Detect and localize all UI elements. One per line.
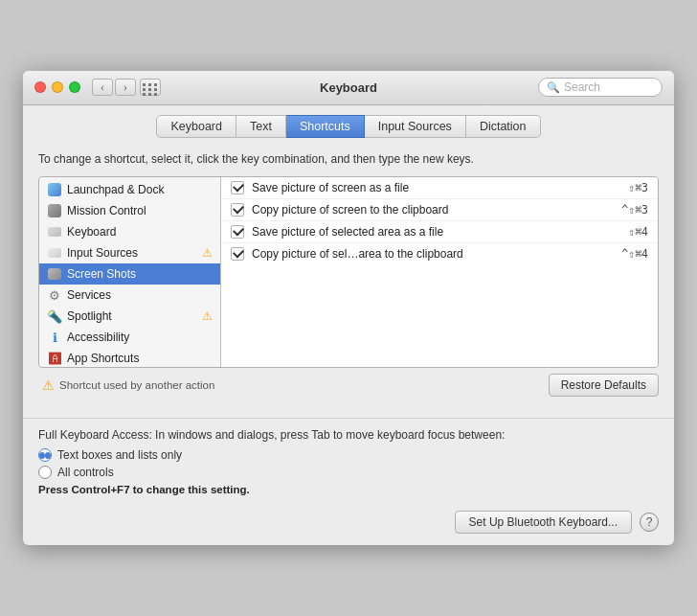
spotlight-icon: 🔦 xyxy=(47,308,62,324)
sidebar-item-accessibility[interactable]: ℹ Accessibility xyxy=(39,327,220,348)
shortcut-checkbox-0[interactable] xyxy=(231,181,244,194)
shortcut-row-2: Save picture of selected area as a file … xyxy=(221,221,658,243)
shortcut-label-0: Save picture of screen as a file xyxy=(252,181,620,194)
sidebar-label-appshortcuts: App Shortcuts xyxy=(67,352,139,365)
appshortcuts-icon: 🅰 xyxy=(47,351,62,366)
sidebar-label-screenshots: Screen Shots xyxy=(67,267,136,281)
tab-dictation[interactable]: Dictation xyxy=(466,115,541,138)
main-panel: Launchpad & Dock Mission Control Keyboar… xyxy=(38,176,659,368)
spotlight-warning-icon: ⚠ xyxy=(202,309,213,323)
control-hint: Press Control+F7 to change this setting. xyxy=(38,484,659,495)
search-placeholder: Search xyxy=(564,80,600,94)
search-box[interactable]: 🔍 Search xyxy=(538,78,663,97)
shortcut-row-1: Copy picture of screen to the clipboard … xyxy=(221,199,658,221)
shortcut-checkbox-2[interactable] xyxy=(231,225,244,239)
launchpad-icon xyxy=(47,182,62,197)
radio-circle-text-boxes xyxy=(38,448,52,462)
accessibility-icon: ℹ xyxy=(47,330,62,345)
tabs-bar: Keyboard Text Shortcuts Input Sources Di… xyxy=(23,105,674,138)
shortcut-label-3: Copy picture of sel…area to the clipboar… xyxy=(252,247,614,261)
radio-label-all-controls: All controls xyxy=(57,466,114,479)
close-button[interactable] xyxy=(34,81,46,93)
shortcut-key-0: ⇧⌘3 xyxy=(628,181,648,194)
tab-input-sources[interactable]: Input Sources xyxy=(365,115,466,138)
radio-text-boxes[interactable]: Text boxes and lists only xyxy=(38,448,659,462)
warning-text: Shortcut used by another action xyxy=(59,379,214,391)
sidebar-label-services: Services xyxy=(67,288,111,302)
screenshots-icon xyxy=(47,266,62,282)
sidebar: Launchpad & Dock Mission Control Keyboar… xyxy=(39,177,221,367)
sidebar-item-mission[interactable]: Mission Control xyxy=(39,200,220,221)
gear-icon: ⚙ xyxy=(47,287,62,303)
sidebar-label-launchpad: Launchpad & Dock xyxy=(67,183,164,196)
input-icon xyxy=(47,245,62,261)
shortcut-checkbox-1[interactable] xyxy=(231,203,244,217)
sidebar-item-input-sources[interactable]: Input Sources ⚠ xyxy=(39,242,220,263)
tab-shortcuts[interactable]: Shortcuts xyxy=(286,115,365,138)
mission-icon xyxy=(47,203,62,218)
forward-button[interactable]: › xyxy=(115,79,136,96)
sidebar-label-accessibility: Accessibility xyxy=(67,331,129,344)
nav-buttons: ‹ › xyxy=(92,79,136,96)
sidebar-label-input: Input Sources xyxy=(67,246,138,260)
help-button[interactable]: ? xyxy=(640,513,659,532)
window-title: Keyboard xyxy=(320,80,377,95)
sidebar-label-spotlight: Spotlight xyxy=(67,309,112,323)
minimize-button[interactable] xyxy=(52,81,63,93)
radio-circle-all-controls xyxy=(38,466,52,479)
shortcut-label-1: Copy picture of screen to the clipboard xyxy=(252,203,614,217)
keyboard-icon xyxy=(47,224,62,240)
keyboard-window: ‹ › Keyboard 🔍 Search Keyboard Text Shor… xyxy=(23,71,674,546)
shortcut-key-2: ⇧⌘4 xyxy=(628,225,648,239)
sidebar-item-launchpad[interactable]: Launchpad & Dock xyxy=(39,179,220,200)
sidebar-item-spotlight[interactable]: 🔦 Spotlight ⚠ xyxy=(39,306,220,327)
traffic-lights xyxy=(34,81,80,93)
keyboard-access-title: Full Keyboard Access: In windows and dia… xyxy=(38,428,659,442)
shortcut-row-3: Copy picture of sel…area to the clipboar… xyxy=(221,243,658,264)
maximize-button[interactable] xyxy=(69,81,80,93)
shortcuts-panel: Save picture of screen as a file ⇧⌘3 Cop… xyxy=(221,177,658,367)
sidebar-item-services[interactable]: ⚙ Services xyxy=(39,285,220,306)
tab-text[interactable]: Text xyxy=(236,115,286,138)
keyboard-access-section: Full Keyboard Access: In windows and dia… xyxy=(23,418,674,503)
shortcut-checkbox-3[interactable] xyxy=(231,247,244,261)
sidebar-item-keyboard[interactable]: Keyboard xyxy=(39,221,220,242)
shortcut-key-1: ^⇧⌘3 xyxy=(621,203,648,217)
content-area: To change a shortcut, select it, click t… xyxy=(23,138,674,419)
warning-note: ⚠ Shortcut used by another action xyxy=(42,377,539,393)
sidebar-item-app-shortcuts[interactable]: 🅰 App Shortcuts xyxy=(39,348,220,367)
input-warning-icon: ⚠ xyxy=(202,246,213,260)
shortcut-key-3: ^⇧⌘4 xyxy=(621,247,648,261)
bluetooth-keyboard-button[interactable]: Set Up Bluetooth Keyboard... xyxy=(455,511,632,534)
tab-keyboard[interactable]: Keyboard xyxy=(156,115,236,138)
shortcut-label-2: Save picture of selected area as a file xyxy=(252,225,620,239)
sidebar-label-keyboard: Keyboard xyxy=(67,225,116,239)
bottom-bar: ⚠ Shortcut used by another action Restor… xyxy=(38,368,659,404)
title-bar: ‹ › Keyboard 🔍 Search xyxy=(23,71,674,105)
sidebar-item-screenshots[interactable]: Screen Shots xyxy=(39,263,220,285)
instruction-text: To change a shortcut, select it, click t… xyxy=(38,151,659,168)
radio-all-controls[interactable]: All controls xyxy=(38,466,659,479)
restore-defaults-button[interactable]: Restore Defaults xyxy=(549,374,659,397)
shortcut-row-0: Save picture of screen as a file ⇧⌘3 xyxy=(221,177,658,199)
grid-button[interactable] xyxy=(140,79,161,96)
radio-label-text-boxes: Text boxes and lists only xyxy=(57,448,182,462)
warning-triangle-icon: ⚠ xyxy=(42,377,55,393)
back-button[interactable]: ‹ xyxy=(92,79,113,96)
search-icon: 🔍 xyxy=(547,81,560,94)
footer-row: Set Up Bluetooth Keyboard... ? xyxy=(23,503,674,545)
sidebar-label-mission: Mission Control xyxy=(67,204,146,217)
